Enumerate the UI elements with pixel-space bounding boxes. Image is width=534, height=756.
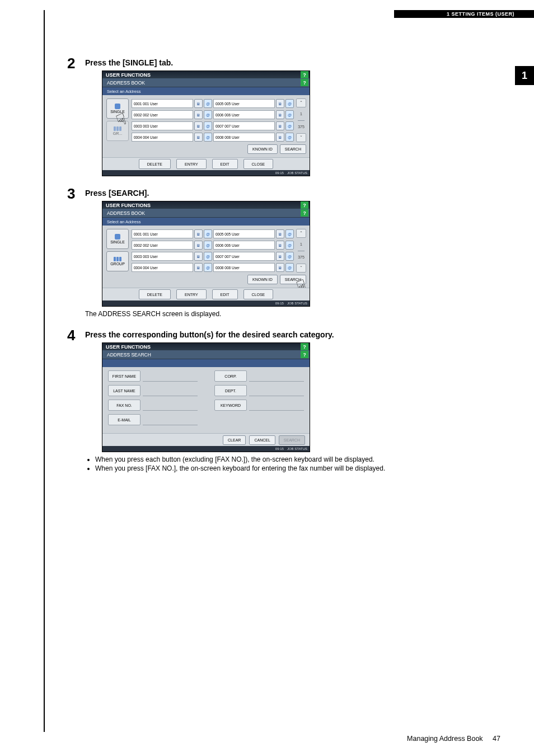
fax-icon[interactable]: 🗎 bbox=[194, 229, 203, 238]
list-item[interactable]: 0004 004 User 🗎 @ bbox=[132, 132, 212, 142]
search-button[interactable]: SEARCH bbox=[279, 435, 305, 445]
scroll-up-button[interactable]: ˆ bbox=[296, 98, 306, 107]
known-id-button[interactable]: KNOWN ID bbox=[247, 275, 278, 284]
last-name-button[interactable]: LAST NAME bbox=[108, 385, 140, 396]
mail-icon[interactable]: @ bbox=[285, 110, 294, 119]
list-item[interactable]: 0003 003 User🗎@ bbox=[132, 251, 212, 261]
corp-field[interactable] bbox=[249, 371, 304, 382]
list-item[interactable]: 0002 002 User 🗎 @ bbox=[132, 110, 212, 120]
mail-icon[interactable]: @ bbox=[285, 263, 294, 272]
help-icon[interactable]: ? bbox=[301, 71, 308, 78]
step-2: 2 Press the [SINGLE] tab. USER FUNCTIONS… bbox=[67, 56, 493, 180]
list-item[interactable]: 0003 003 User 🗎 @ bbox=[132, 121, 212, 131]
help-icon[interactable]: ? bbox=[301, 351, 308, 358]
job-status-button[interactable]: JOB STATUS bbox=[287, 302, 307, 305]
tab-single[interactable]: SINGLE bbox=[106, 229, 129, 249]
fax-icon[interactable]: 🗎 bbox=[276, 229, 284, 238]
keyword-field[interactable] bbox=[249, 400, 304, 411]
email-button[interactable]: E-MAIL bbox=[108, 414, 140, 425]
entry-id: 0004 bbox=[134, 266, 142, 270]
edit-button[interactable]: EDIT bbox=[212, 159, 238, 169]
job-status-button[interactable]: JOB STATUS bbox=[287, 171, 307, 175]
tab-single[interactable]: SINGLE bbox=[106, 98, 129, 119]
dept-field[interactable] bbox=[249, 386, 304, 396]
delete-button[interactable]: DELETE bbox=[139, 159, 171, 169]
fax-icon[interactable]: 🗎 bbox=[276, 133, 284, 142]
help-icon[interactable]: ? bbox=[301, 209, 308, 217]
fax-icon[interactable]: 🗎 bbox=[194, 110, 203, 119]
list-item[interactable]: 0005 005 User🗎@ bbox=[213, 229, 294, 239]
known-id-button[interactable]: KNOWN ID bbox=[247, 144, 278, 154]
mail-icon[interactable]: @ bbox=[204, 229, 212, 238]
list-item[interactable]: 0008 008 User🗎@ bbox=[213, 262, 294, 273]
fax-icon[interactable]: 🗎 bbox=[276, 99, 284, 108]
list-item[interactable]: 0007 007 User🗎@ bbox=[213, 251, 294, 261]
fax-icon[interactable]: 🗎 bbox=[276, 241, 284, 250]
keyword-button[interactable]: KEYWORD bbox=[214, 400, 247, 411]
list-item[interactable]: 0005 005 User 🗎 @ bbox=[213, 98, 294, 109]
fax-icon[interactable]: 🗎 bbox=[276, 263, 284, 272]
first-name-button[interactable]: FIRST NAME bbox=[108, 370, 140, 382]
list-item[interactable]: 0007 007 User 🗎 @ bbox=[213, 121, 294, 131]
mail-icon[interactable]: @ bbox=[204, 263, 212, 272]
mail-icon[interactable]: @ bbox=[204, 110, 212, 119]
clear-button[interactable]: CLEAR bbox=[223, 435, 246, 445]
fax-icon[interactable]: 🗎 bbox=[194, 99, 203, 108]
mail-icon[interactable]: @ bbox=[204, 241, 212, 250]
fax-icon[interactable]: 🗎 bbox=[194, 241, 203, 250]
search-button[interactable]: SEARCH bbox=[280, 144, 306, 154]
list-item[interactable]: 0006 006 User🗎@ bbox=[213, 240, 294, 250]
list-item[interactable]: 0008 008 User 🗎 @ bbox=[213, 132, 294, 142]
last-name-field[interactable] bbox=[143, 386, 198, 396]
scroll-up-button[interactable]: ˆ bbox=[296, 229, 306, 238]
email-field[interactable] bbox=[143, 415, 198, 425]
help-icon[interactable]: ? bbox=[301, 201, 308, 209]
mail-icon[interactable]: @ bbox=[204, 252, 212, 261]
mail-icon[interactable]: @ bbox=[204, 121, 212, 130]
fax-icon[interactable]: 🗎 bbox=[276, 252, 284, 261]
search-button[interactable]: SEARCH bbox=[280, 275, 306, 284]
page-number: 47 bbox=[493, 735, 500, 743]
mail-icon[interactable]: @ bbox=[285, 133, 294, 142]
window-title: USER FUNCTIONS bbox=[106, 344, 151, 350]
help-icon[interactable]: ? bbox=[301, 79, 308, 86]
delete-button[interactable]: DELETE bbox=[139, 289, 171, 299]
fax-icon[interactable]: 🗎 bbox=[194, 121, 203, 130]
fax-icon[interactable]: 🗎 bbox=[194, 263, 203, 272]
entry-button[interactable]: ENTRY bbox=[176, 289, 207, 299]
help-icon[interactable]: ? bbox=[301, 343, 308, 350]
list-item[interactable]: 0004 004 User🗎@ bbox=[132, 262, 212, 273]
list-item[interactable]: 0001 001 User🗎@ bbox=[132, 229, 212, 239]
entry-button[interactable]: ENTRY bbox=[176, 159, 207, 169]
job-status-button[interactable]: JOB STATUS bbox=[287, 447, 307, 450]
corp-button[interactable]: CORP. bbox=[214, 370, 247, 382]
dept-button[interactable]: DEPT. bbox=[214, 385, 247, 396]
mail-icon[interactable]: @ bbox=[204, 99, 212, 108]
fax-no-field[interactable] bbox=[143, 400, 198, 411]
entry-name: 007 User bbox=[224, 255, 239, 259]
mail-icon[interactable]: @ bbox=[285, 229, 294, 238]
tab-group[interactable]: GR... bbox=[106, 121, 129, 141]
close-button[interactable]: CLOSE bbox=[243, 159, 274, 169]
cancel-button[interactable]: CANCEL bbox=[249, 435, 275, 445]
list-item[interactable]: 0002 002 User🗎@ bbox=[132, 240, 212, 250]
mail-icon[interactable]: @ bbox=[285, 121, 294, 130]
scroll-down-button[interactable]: ˇ bbox=[296, 264, 306, 273]
mail-icon[interactable]: @ bbox=[285, 241, 294, 250]
list-item[interactable]: 0001 001 User 🗎 @ bbox=[132, 98, 212, 109]
fax-icon[interactable]: 🗎 bbox=[194, 252, 203, 261]
first-name-field[interactable] bbox=[143, 371, 198, 382]
list-item[interactable]: 0006 006 User 🗎 @ bbox=[213, 110, 294, 120]
fax-icon[interactable]: 🗎 bbox=[276, 121, 284, 130]
scroll-down-button[interactable]: ˇ bbox=[296, 133, 306, 142]
fax-icon[interactable]: 🗎 bbox=[276, 110, 284, 119]
tab-group[interactable]: GROUP bbox=[106, 251, 129, 271]
fax-icon[interactable]: 🗎 bbox=[194, 133, 203, 142]
edit-button[interactable]: EDIT bbox=[212, 289, 238, 299]
mail-icon[interactable]: @ bbox=[285, 99, 294, 108]
close-button[interactable]: CLOSE bbox=[243, 289, 274, 299]
fax-no-button[interactable]: FAX NO. bbox=[108, 400, 140, 411]
hint-bar bbox=[102, 359, 310, 367]
mail-icon[interactable]: @ bbox=[285, 252, 294, 261]
mail-icon[interactable]: @ bbox=[204, 133, 212, 142]
